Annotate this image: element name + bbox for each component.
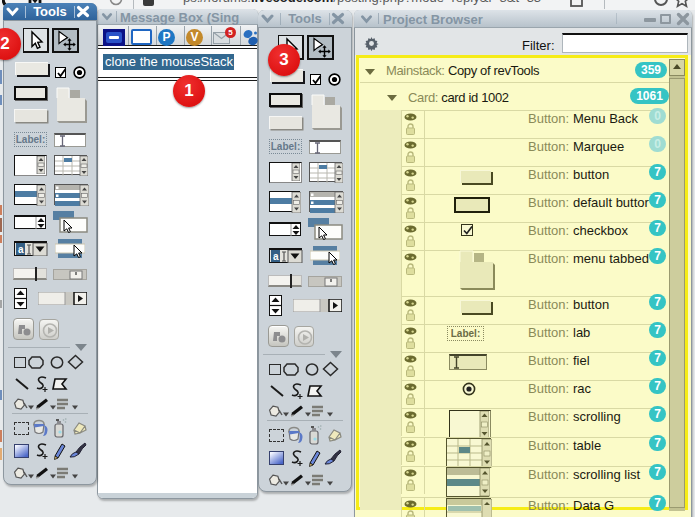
svg-text:a: a: [273, 251, 279, 262]
svg-text:a: a: [18, 244, 24, 255]
